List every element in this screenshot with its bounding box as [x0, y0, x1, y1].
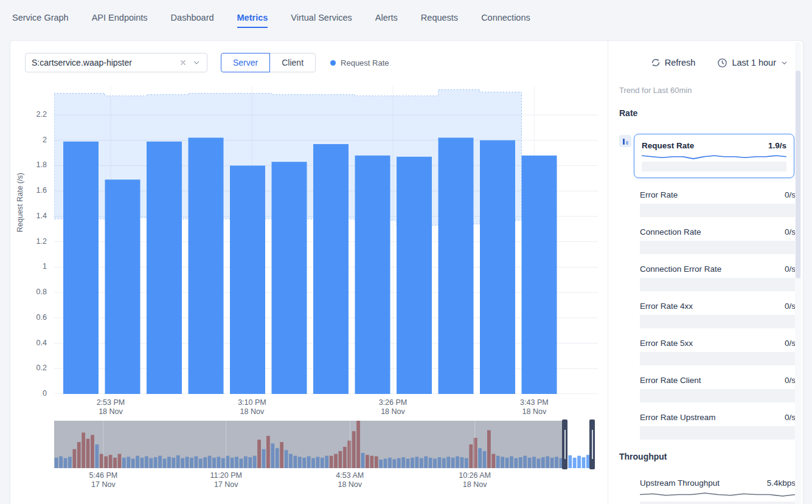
metric-label: Connection Error Rate: [640, 264, 721, 274]
nav-tab-virtual-services[interactable]: Virtual Services: [291, 13, 352, 28]
server-tab-button[interactable]: Server: [221, 53, 270, 72]
metric-label: Request Rate: [642, 141, 694, 150]
sparkline-area: [640, 502, 796, 504]
legend-dot-icon: [330, 60, 336, 66]
metric-label: Error Rate 5xx: [640, 339, 693, 348]
x-axis-tick-labels: 2:53 PM18 Nov3:10 PM18 Nov3:26 PM18 Nov3…: [54, 398, 598, 418]
metric-row-error-rate-client[interactable]: Error Rate Client0/s: [640, 375, 796, 402]
y-axis-tick-labels: 00.20.40.60.811.21.41.61.822.2: [21, 86, 52, 394]
chart-legend: Request Rate: [330, 58, 389, 67]
request-rate-bar-chart[interactable]: [54, 86, 598, 394]
brush-axis-labels: 5:46 PM17 Nov11:20 PM17 Nov4:53 AM18 Nov…: [54, 471, 595, 491]
brush-handle-right[interactable]: [589, 419, 595, 469]
sparkline-area: [640, 204, 796, 217]
metric-row-upstream-throughput[interactable]: Upstream Throughput5.4kbps: [640, 477, 796, 504]
metric-row-error-rate-4xx[interactable]: Error Rate 4xx0/s: [640, 300, 796, 328]
metric-label: Error Rate Client: [640, 376, 701, 385]
metric-value: 0/s: [785, 302, 796, 311]
metric-value: 5.4kbps: [767, 478, 796, 488]
metric-label: Connection Rate: [640, 227, 701, 236]
top-nav: Service GraphAPI EndpointsDashboardMetri…: [0, 0, 812, 36]
metric-row-connection-error-rate[interactable]: Connection Error Rate0/s: [640, 263, 796, 291]
metric-card-request-rate[interactable]: Request Rate1.9/s: [634, 134, 794, 178]
scrollbar[interactable]: [795, 42, 801, 504]
sparkline-area: [640, 278, 796, 291]
metric-value: 0/s: [785, 227, 796, 236]
metric-row-connection-rate[interactable]: Connection Rate0/s: [640, 226, 796, 254]
metric-value: 0/s: [785, 413, 796, 422]
service-filter-value: S:cartservice.waap-hipster: [32, 58, 174, 67]
nav-tab-metrics[interactable]: Metrics: [237, 13, 268, 28]
sparkline-area: [640, 315, 796, 328]
main-panel: S:cartservice.waap-hipster Server Client…: [10, 40, 803, 504]
mode-toggle: Server Client: [221, 53, 316, 72]
nav-tab-connections[interactable]: Connections: [481, 13, 530, 28]
clear-filter-icon[interactable]: [179, 58, 187, 67]
sparkline-area: [640, 389, 796, 402]
metric-label: Error Rate: [640, 190, 678, 199]
nav-tab-requests[interactable]: Requests: [421, 13, 458, 28]
bar-chart-icon: [619, 135, 631, 147]
metric-value: 0/s: [785, 264, 796, 274]
metric-label: Upstream Throughput: [640, 478, 720, 488]
chevron-down-icon[interactable]: [192, 58, 201, 67]
sparkline-area: [640, 352, 796, 365]
nav-tab-dashboard[interactable]: Dashboard: [171, 13, 214, 28]
trend-title: Trend for Last 60min: [619, 86, 794, 95]
nav-tab-api-endpoints[interactable]: API Endpoints: [92, 13, 148, 28]
metric-value: 0/s: [785, 339, 796, 348]
scrollbar-thumb[interactable]: [796, 71, 800, 278]
sparkline-area: [640, 241, 796, 254]
section-heading-throughput: Throughput: [619, 452, 794, 461]
trend-sidebar: Trend for Last 60min RateRequest Rate1.9…: [608, 41, 802, 504]
nav-tab-service-graph[interactable]: Service Graph: [12, 13, 69, 28]
metric-label: Error Rate Upstream: [640, 413, 716, 422]
legend-label: Request Rate: [341, 58, 389, 67]
sparkline-area: [640, 426, 796, 440]
client-tab-button[interactable]: Client: [269, 53, 316, 72]
metric-value: 1.9/s: [768, 141, 786, 150]
metric-value: 0/s: [785, 376, 796, 385]
section-heading-rate: Rate: [619, 108, 794, 118]
metric-row-error-rate[interactable]: Error Rate0/s: [640, 189, 796, 217]
metric-value: 0/s: [785, 190, 796, 199]
nav-tab-alerts[interactable]: Alerts: [375, 13, 398, 28]
metric-row-error-rate-5xx[interactable]: Error Rate 5xx0/s: [640, 337, 796, 365]
sparkline-area: [642, 162, 786, 171]
service-filter-select[interactable]: S:cartservice.waap-hipster: [25, 53, 207, 72]
metric-label: Error Rate 4xx: [640, 302, 693, 311]
metric-row-error-rate-upstream[interactable]: Error Rate Upstream0/s: [640, 412, 796, 440]
brush-handle-left[interactable]: [562, 419, 567, 469]
time-brush-chart[interactable]: [54, 421, 595, 468]
